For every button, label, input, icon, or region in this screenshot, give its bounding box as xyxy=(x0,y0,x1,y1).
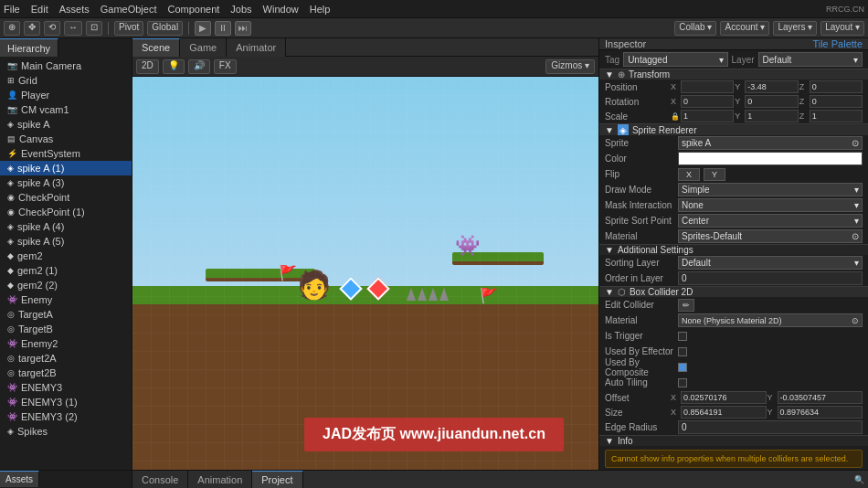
menu-jobs[interactable]: Jobs xyxy=(230,4,251,15)
position-z[interactable]: 0 xyxy=(810,80,863,93)
toolbar-hand-tool[interactable]: ⊕ xyxy=(4,21,20,36)
pivot-toggle[interactable]: Pivot xyxy=(114,21,143,36)
edit-collider-btn[interactable]: ✏ xyxy=(678,299,694,312)
toolbar-rotate-tool[interactable]: ⟲ xyxy=(44,21,60,36)
global-toggle[interactable]: Global xyxy=(147,21,183,36)
box-collider-header[interactable]: ▼ ⬡ Box Collider 2D xyxy=(599,286,868,297)
hierarchy-item[interactable]: 📷CM vcam1 xyxy=(0,102,132,117)
scale-x[interactable]: 1 xyxy=(681,110,734,122)
hierarchy-item[interactable]: 👤Player xyxy=(0,88,132,102)
auto-tiling-checkbox[interactable] xyxy=(678,378,687,387)
hierarchy-item[interactable]: 👾Enemy xyxy=(0,292,132,307)
flip-y[interactable]: Y xyxy=(704,168,725,181)
menu-assets[interactable]: Assets xyxy=(59,4,90,15)
layout-button[interactable]: Layout ▾ xyxy=(820,21,864,36)
flip-x[interactable]: X xyxy=(678,168,700,181)
color-value[interactable] xyxy=(678,152,863,165)
hierarchy-item[interactable]: 👾ENEMY3 (1) xyxy=(0,395,132,409)
hierarchy-item[interactable]: ◆gem2 (1) xyxy=(0,263,132,278)
toolbar-scale-tool[interactable]: ↔ xyxy=(64,21,82,36)
hierarchy-item[interactable]: 👾ENEMY3 (2) xyxy=(0,409,132,424)
tag-dropdown[interactable]: Untagged ▾ xyxy=(623,52,727,67)
hierarchy-item[interactable]: ◆gem2 xyxy=(0,249,132,263)
audio-toggle[interactable]: 🔊 xyxy=(188,59,210,74)
menu-file[interactable]: File xyxy=(4,4,20,15)
hierarchy-item[interactable]: ◈spike A (3) xyxy=(0,175,132,190)
hierarchy-item[interactable]: ▤Canvas xyxy=(0,132,132,146)
hierarchy-item[interactable]: ◈spike A (4) xyxy=(0,219,132,234)
menu-help[interactable]: Help xyxy=(310,4,331,15)
is-trigger-checkbox[interactable] xyxy=(678,332,687,341)
menu-edit[interactable]: Edit xyxy=(31,4,48,15)
draw-mode-value[interactable]: Simple ▾ xyxy=(678,183,863,196)
tab-scene[interactable]: Scene xyxy=(132,38,180,57)
hierarchy-item[interactable]: ◆gem2 (2) xyxy=(0,278,132,292)
scene-view[interactable]: 🚩 🚩 🧑 👾 xyxy=(132,77,598,470)
step-button[interactable]: ⏭ xyxy=(235,21,251,36)
position-x[interactable] xyxy=(681,80,734,93)
hierarchy-item[interactable]: ◎TargetA xyxy=(0,307,132,322)
hierarchy-content[interactable]: 📷Main Camera⊞Grid👤Player📷CM vcam1◈spike … xyxy=(0,57,132,470)
tab-project[interactable]: Project xyxy=(252,471,302,489)
hierarchy-tab[interactable]: Hierarchy xyxy=(0,38,58,57)
pause-button[interactable]: ⏸ xyxy=(215,21,231,36)
bc-offset-y[interactable]: -0.03507457 xyxy=(778,391,863,404)
position-y[interactable]: -3.48 xyxy=(745,80,798,93)
edge-radius-value[interactable]: 0 xyxy=(678,420,863,434)
hierarchy-item[interactable]: ◈spike A (5) xyxy=(0,234,132,249)
sprite-value[interactable]: spike A ⊙ xyxy=(678,136,863,150)
bottom-search[interactable]: 🔍 xyxy=(854,475,864,484)
menu-window[interactable]: Window xyxy=(263,4,299,15)
used-by-effector-checkbox[interactable] xyxy=(678,347,687,356)
toolbar-move-tool[interactable]: ✥ xyxy=(24,21,40,36)
hierarchy-item[interactable]: ⊞Grid xyxy=(0,73,132,88)
hierarchy-item[interactable]: ◈spike A (1) xyxy=(0,161,132,175)
hierarchy-item[interactable]: ◉CheckPoint xyxy=(0,190,132,205)
fx-toggle[interactable]: FX xyxy=(214,59,237,74)
lighting-toggle[interactable]: 💡 xyxy=(163,59,185,74)
tab-game[interactable]: Game xyxy=(180,38,227,57)
menu-component[interactable]: Component xyxy=(167,4,219,15)
bc-material-value[interactable]: None (Physics Material 2D) ⊙ xyxy=(678,313,863,327)
hierarchy-item[interactable]: 👾ENEMY3 xyxy=(0,380,132,395)
mask-value[interactable]: None ▾ xyxy=(678,198,863,212)
hierarchy-item[interactable]: ◎target2B xyxy=(0,366,132,380)
gizmos-toggle[interactable]: Gizmos ▾ xyxy=(545,59,595,74)
layers-button[interactable]: Layers ▾ xyxy=(773,21,817,36)
hierarchy-item[interactable]: ◈spike A xyxy=(0,117,132,132)
rotation-z[interactable]: 0 xyxy=(810,95,863,108)
layer-dropdown[interactable]: Default ▾ xyxy=(758,52,863,67)
toolbar-rect-tool[interactable]: ⊡ xyxy=(86,21,102,36)
info-section-header[interactable]: ▼ Info xyxy=(599,435,868,446)
material-value[interactable]: Sprites-Default ⊙ xyxy=(678,229,863,243)
sort-point-value[interactable]: Center ▾ xyxy=(678,214,863,228)
used-by-composite-checkbox[interactable] xyxy=(678,363,687,372)
order-layer-value[interactable]: 0 xyxy=(678,271,863,285)
tile-palette-tab[interactable]: Tile Palette xyxy=(812,38,863,49)
scale-z[interactable]: 1 xyxy=(810,110,863,122)
additional-settings-header[interactable]: ▼ Additional Settings xyxy=(599,244,868,255)
account-button[interactable]: Account ▾ xyxy=(720,21,769,36)
bc-size-x[interactable]: 0.8564191 xyxy=(681,406,767,419)
rotation-y[interactable]: 0 xyxy=(745,95,798,108)
scale-y[interactable]: 1 xyxy=(745,110,798,122)
menu-gameobject[interactable]: GameObject xyxy=(101,4,157,15)
hierarchy-item[interactable]: ◎TargetB xyxy=(0,322,132,336)
hierarchy-item[interactable]: ◉CheckPoint (1) xyxy=(0,205,132,219)
hierarchy-item[interactable]: ◈Spikes xyxy=(0,424,132,439)
transform-section-header[interactable]: ▼ ⊕ Transform xyxy=(599,69,868,80)
play-button[interactable]: ▶ xyxy=(195,21,211,36)
tab-animator[interactable]: Animator xyxy=(227,38,286,57)
bc-size-y[interactable]: 0.8976634 xyxy=(778,406,863,419)
tab-console[interactable]: Console xyxy=(132,471,188,489)
hierarchy-item[interactable]: ◎target2A xyxy=(0,351,132,366)
sorting-layer-value[interactable]: Default ▾ xyxy=(678,256,863,270)
hierarchy-item[interactable]: ⚡EventSystem xyxy=(0,146,132,161)
collab-button[interactable]: Collab ▾ xyxy=(674,21,716,36)
bc-offset-x[interactable]: 0.02570176 xyxy=(681,391,767,404)
hierarchy-item[interactable]: 👾Enemy2 xyxy=(0,336,132,351)
sprite-renderer-section-header[interactable]: ▼ ◈ Sprite Renderer xyxy=(599,123,868,135)
2d-toggle[interactable]: 2D xyxy=(136,59,159,74)
rotation-x[interactable]: 0 xyxy=(681,95,734,108)
hierarchy-item[interactable]: 📷Main Camera xyxy=(0,58,132,73)
